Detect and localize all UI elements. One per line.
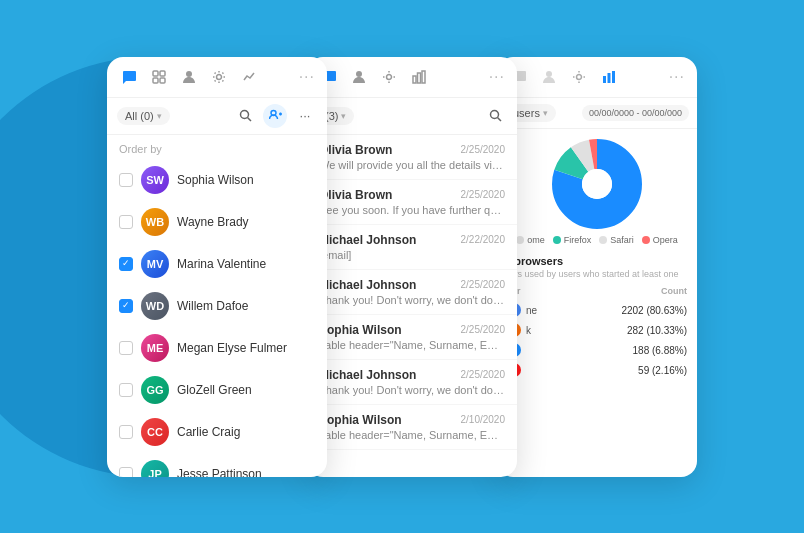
message-date: 2/22/2020 [461, 234, 506, 245]
legend-item: Firefox [553, 235, 592, 245]
contact-name: Sophia Wilson [177, 173, 254, 187]
panel3-filter-row: users ▾ 00/00/0000 - 00/00/000 [497, 98, 697, 129]
chat-icon[interactable] [119, 67, 139, 87]
svg-rect-3 [160, 78, 165, 83]
message-sender: Michael Johnson [319, 368, 416, 382]
browser-stats-section: s browsers sers used by users who starte… [497, 249, 697, 387]
settings-icon[interactable] [569, 67, 589, 87]
message-date: 2/25/2020 [461, 189, 506, 200]
svg-rect-14 [418, 73, 421, 83]
panel1-search-row: All (0) ▾ ··· [107, 98, 327, 135]
legend-item: Safari [599, 235, 634, 245]
contact-checkbox[interactable] [119, 257, 133, 271]
more-options-button[interactable]: ··· [669, 68, 685, 86]
settings-icon[interactable] [209, 67, 229, 87]
more-options-button[interactable]: ··· [299, 68, 315, 86]
message-item[interactable]: Michael Johnson 2/25/2020 Thank you! Don… [307, 270, 517, 315]
bar-chart-icon[interactable] [409, 67, 429, 87]
list-item[interactable]: SW Sophia Wilson [107, 159, 327, 201]
section-title: s browsers [505, 255, 689, 267]
list-item[interactable]: ME Megan Elyse Fulmer [107, 327, 327, 369]
search-button[interactable] [483, 104, 507, 128]
svg-rect-20 [603, 76, 606, 83]
svg-line-7 [247, 118, 251, 122]
message-date: 2/25/2020 [461, 279, 506, 290]
message-sender: Olivia Brown [319, 188, 392, 202]
svg-point-12 [387, 74, 392, 79]
contact-checkbox[interactable] [119, 383, 133, 397]
col-count: Count [661, 286, 687, 296]
options-button[interactable]: ··· [293, 104, 317, 128]
grid-icon[interactable] [149, 67, 169, 87]
message-date: 2/25/2020 [461, 144, 506, 155]
date-range[interactable]: 00/00/0000 - 00/00/000 [582, 105, 689, 121]
message-date: 2/10/2020 [461, 414, 506, 425]
message-item[interactable]: Olivia Brown 2/25/2020 We will provide y… [307, 135, 517, 180]
message-item[interactable]: Michael Johnson 2/25/2020 Thank you! Don… [307, 360, 517, 405]
message-sender: Sophia Wilson [319, 323, 402, 337]
avatar: ME [141, 334, 169, 362]
user-add-button[interactable] [263, 104, 287, 128]
contact-checkbox[interactable] [119, 215, 133, 229]
contact-checkbox[interactable] [119, 299, 133, 313]
message-item[interactable]: Sophia Wilson 2/10/2020 [table header="N… [307, 405, 517, 450]
browser-name: k [526, 325, 531, 336]
list-item[interactable]: MV Marina Valentine [107, 243, 327, 285]
filter-badge[interactable]: All (0) ▾ [117, 107, 170, 125]
svg-rect-15 [422, 71, 425, 83]
contact-name: Marina Valentine [177, 257, 266, 271]
order-by-label: Order by [107, 135, 327, 159]
message-item[interactable]: Olivia Brown 2/25/2020 See you soon. If … [307, 180, 517, 225]
list-item[interactable]: CC Carlie Craig [107, 411, 327, 453]
table-header: ser Count [505, 286, 689, 296]
legend-dot [553, 236, 561, 244]
legend-dot [599, 236, 607, 244]
message-preview: We will provide you all the details via … [319, 159, 505, 171]
browser-row: C ne 2202 (80.63%) [505, 300, 689, 320]
legend-label: ome [527, 235, 545, 245]
contact-checkbox[interactable] [119, 467, 133, 477]
svg-rect-22 [612, 71, 615, 83]
legend-label: Opera [653, 235, 678, 245]
list-item[interactable]: JP Jesse Pattinson [107, 453, 327, 477]
message-item[interactable]: Michael Johnson 2/22/2020 [email] [307, 225, 517, 270]
contact-checkbox[interactable] [119, 425, 133, 439]
message-preview: [table header="Name, Surname, Email" [319, 429, 505, 441]
analytics-panel: ··· users ▾ 00/00/0000 - 00/00/000 [497, 57, 697, 477]
list-item[interactable]: WD Willem Dafoe [107, 285, 327, 327]
message-preview: [table header="Name, Surname, Email" [319, 339, 505, 351]
user-icon[interactable] [349, 67, 369, 87]
svg-rect-0 [153, 71, 158, 76]
avatar: MV [141, 250, 169, 278]
legend-dot [642, 236, 650, 244]
message-item[interactable]: Sophia Wilson 2/25/2020 [table header="N… [307, 315, 517, 360]
list-item[interactable]: GG GloZell Green [107, 369, 327, 411]
contact-name: Willem Dafoe [177, 299, 248, 313]
user-icon[interactable] [179, 67, 199, 87]
more-options-button[interactable]: ··· [489, 68, 505, 86]
panel1-toolbar: ··· [107, 57, 327, 98]
svg-point-8 [271, 111, 276, 116]
legend-item: ome [516, 235, 545, 245]
contact-name: Megan Elyse Fulmer [177, 341, 287, 355]
bar-chart-icon[interactable] [599, 67, 619, 87]
contact-checkbox[interactable] [119, 341, 133, 355]
legend-dot [516, 236, 524, 244]
stats-icon[interactable] [239, 67, 259, 87]
svg-point-5 [217, 74, 222, 79]
message-date: 2/25/2020 [461, 369, 506, 380]
list-item[interactable]: WB Wayne Brady [107, 201, 327, 243]
svg-rect-1 [160, 71, 165, 76]
avatar: WB [141, 208, 169, 236]
message-preview: Thank you! Don't worry, we don't do sp..… [319, 294, 505, 306]
avatar: JP [141, 460, 169, 477]
user-icon[interactable] [539, 67, 559, 87]
message-sender: Sophia Wilson [319, 413, 402, 427]
contact-checkbox[interactable] [119, 173, 133, 187]
settings-icon[interactable] [379, 67, 399, 87]
filter-label: users [513, 107, 540, 119]
search-button[interactable] [233, 104, 257, 128]
svg-point-16 [490, 111, 498, 119]
message-date: 2/25/2020 [461, 324, 506, 335]
contact-name: GloZell Green [177, 383, 252, 397]
